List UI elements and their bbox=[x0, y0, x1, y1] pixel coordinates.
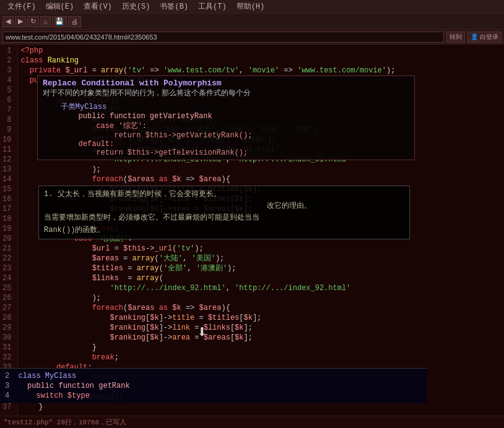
code-line-13: ); bbox=[20, 165, 502, 174]
address-input[interactable] bbox=[2, 32, 444, 43]
menu-bookmarks[interactable]: 书签(B) bbox=[155, 1, 193, 12]
overlay-class-preview: 2 class MyClass 3 public function getRan… bbox=[0, 368, 427, 403]
code-line-28: $ranking[$k]->title = $titles[$k]; bbox=[20, 313, 502, 323]
code-line-27: foreach($areas as $k => $area){ bbox=[20, 303, 502, 313]
code-line-30: $ranking[$k]->area = $areas[$k]; bbox=[20, 333, 502, 343]
statusbar: "test12.php" 28行，10766，已写入 bbox=[0, 416, 504, 428]
addressbar: 转到 👤 白登录 bbox=[0, 30, 504, 45]
menu-tools[interactable]: 工具(T) bbox=[193, 1, 232, 12]
toolbar: ◀ ▶ ↻ ⌂ 💾 🖨 bbox=[0, 14, 504, 30]
statusbar-text: "test12.php" 28行，10766，已写入 bbox=[4, 417, 126, 427]
down-arrow-icon: ⬇ bbox=[197, 322, 207, 343]
code-line-25: 'http://.../index_92.html', 'http://.../… bbox=[20, 283, 502, 293]
refactor-subtext: 子类MyClass public function getVarietyRank… bbox=[43, 101, 409, 157]
code-line-1: <?php bbox=[20, 46, 502, 56]
menu-edit[interactable]: 编辑(E) bbox=[41, 1, 79, 12]
print-button[interactable]: 🖨 bbox=[68, 16, 81, 27]
code-line-2: class Ranking bbox=[20, 56, 502, 66]
code-line-26: ); bbox=[20, 293, 502, 303]
code-line-32: break; bbox=[20, 353, 502, 362]
code-line-23: $titles = array('全部', '港澳剧'); bbox=[20, 263, 502, 273]
line-numbers: 1 2 3 4 5 6 7 8 9 10 11 12 13 14 15 16 1… bbox=[0, 45, 18, 416]
back-button[interactable]: ◀ bbox=[2, 16, 14, 27]
overlay-refactor-hint: Replace Conditional with Polymorphism 对于… bbox=[37, 75, 415, 160]
save-button[interactable]: 💾 bbox=[52, 16, 67, 27]
class-preview-text: 2 class MyClass 3 public function getRan… bbox=[5, 371, 422, 401]
code-line-21: $url = $this->_url('tv'); bbox=[20, 244, 502, 254]
code-line-31: } bbox=[20, 343, 502, 353]
menu-view[interactable]: 查看(V) bbox=[79, 1, 117, 12]
code-line-29: $ranking[$k]->link = $links[$k]; bbox=[20, 323, 502, 333]
home-button[interactable]: ⌂ bbox=[40, 16, 51, 27]
refactor-desc: 对于不同的对象类型用不同的行为，那么将这个条件式的每个分 bbox=[43, 88, 409, 99]
explanation-text: 1. 父太长，当视频有新类型的时候，它会变得更长。 改它的理由。 当需要增加新类… bbox=[44, 189, 404, 236]
code-line-14: foreach($areas as $k => $area){ bbox=[20, 174, 502, 184]
menubar: 文件(F) 编辑(E) 查看(V) 历史(S) 书签(B) 工具(T) 帮助(H… bbox=[0, 0, 504, 14]
code-line-22: $areas = array('大陆', '美国'); bbox=[20, 254, 502, 263]
overlay-explanation: 1. 父太长，当视频有新类型的时候，它会变得更长。 改它的理由。 当需要增加新类… bbox=[38, 186, 410, 239]
code-line-37: } bbox=[20, 402, 502, 412]
go-button[interactable]: 转到 bbox=[446, 32, 465, 43]
code-line-24: $links = array( bbox=[20, 273, 502, 283]
user-button[interactable]: 👤 白登录 bbox=[467, 32, 502, 43]
menu-file[interactable]: 文件(F) bbox=[2, 1, 41, 12]
menu-history[interactable]: 历史(S) bbox=[117, 1, 155, 12]
code-line-3: private $_url = array('tv' => 'www.test.… bbox=[20, 66, 502, 75]
refresh-button[interactable]: ↻ bbox=[27, 16, 39, 27]
forward-button[interactable]: ▶ bbox=[15, 16, 26, 27]
menu-help[interactable]: 帮助(H) bbox=[232, 1, 270, 12]
editor: 1 2 3 4 5 6 7 8 9 10 11 12 13 14 15 16 1… bbox=[0, 45, 504, 416]
refactor-title: Replace Conditional with Polymorphism bbox=[43, 79, 409, 88]
